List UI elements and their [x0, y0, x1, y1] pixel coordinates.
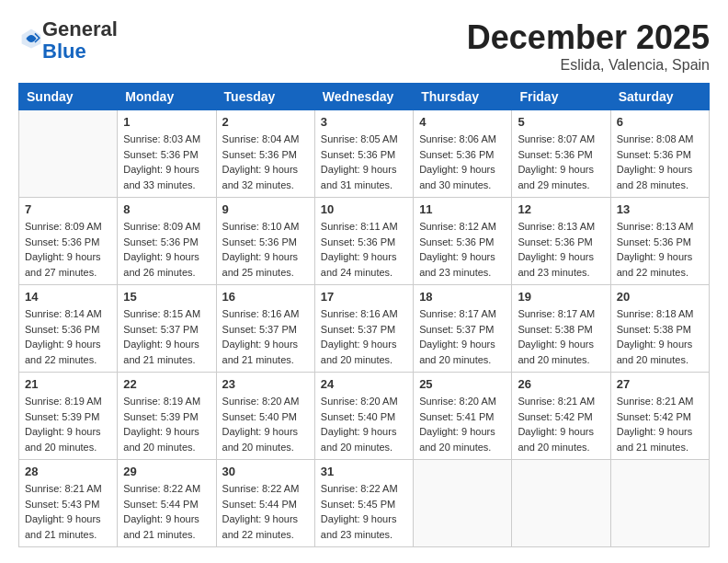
sunset-text: Sunset: 5:43 PM: [25, 499, 99, 510]
daylight-text: Daylight: 9 hours and 32 minutes.: [222, 164, 299, 190]
day-info: Sunrise: 8:21 AM Sunset: 5:42 PM Dayligh…: [617, 394, 703, 454]
day-of-week-header: Sunday: [19, 84, 118, 110]
calendar-day-cell: 27 Sunrise: 8:21 AM Sunset: 5:42 PM Dayl…: [610, 373, 709, 460]
sunset-text: Sunset: 5:44 PM: [222, 499, 297, 510]
calendar-day-cell: 17 Sunrise: 8:16 AM Sunset: 5:37 PM Dayl…: [314, 285, 413, 373]
sunset-text: Sunset: 5:45 PM: [321, 499, 395, 510]
sunrise-text: Sunrise: 8:10 AM: [222, 221, 300, 232]
daylight-text: Daylight: 9 hours and 20 minutes.: [419, 339, 495, 365]
daylight-text: Daylight: 9 hours and 20 minutes.: [518, 426, 594, 453]
sunset-text: Sunset: 5:36 PM: [25, 324, 99, 335]
day-number: 10: [321, 202, 407, 216]
sunrise-text: Sunrise: 8:04 AM: [222, 133, 300, 144]
sunset-text: Sunset: 5:44 PM: [123, 499, 198, 510]
sunrise-text: Sunrise: 8:11 AM: [321, 221, 398, 232]
daylight-text: Daylight: 9 hours and 20 minutes.: [518, 339, 594, 365]
sunset-text: Sunset: 5:36 PM: [321, 149, 395, 160]
sunrise-text: Sunrise: 8:14 AM: [25, 308, 102, 319]
day-of-week-header: Thursday: [414, 84, 512, 110]
sunset-text: Sunset: 5:42 PM: [518, 411, 592, 422]
calendar-week-row: 1 Sunrise: 8:03 AM Sunset: 5:36 PM Dayli…: [19, 110, 710, 198]
day-number: 26: [518, 377, 604, 391]
day-info: Sunrise: 8:22 AM Sunset: 5:45 PM Dayligh…: [321, 481, 407, 542]
day-info: Sunrise: 8:20 AM Sunset: 5:41 PM Dayligh…: [419, 394, 506, 454]
calendar-day-cell: 3 Sunrise: 8:05 AM Sunset: 5:36 PM Dayli…: [314, 110, 413, 198]
sunset-text: Sunset: 5:36 PM: [25, 236, 99, 247]
calendar-day-cell: 23 Sunrise: 8:20 AM Sunset: 5:40 PM Dayl…: [216, 373, 314, 460]
day-info: Sunrise: 8:03 AM Sunset: 5:36 PM Dayligh…: [123, 132, 210, 192]
daylight-text: Daylight: 9 hours and 29 minutes.: [518, 164, 594, 190]
day-number: 9: [222, 202, 309, 216]
sunrise-text: Sunrise: 8:15 AM: [123, 308, 200, 319]
day-number: 29: [123, 465, 210, 478]
day-number: 17: [321, 290, 407, 304]
daylight-text: Daylight: 9 hours and 20 minutes.: [321, 339, 397, 365]
day-info: Sunrise: 8:18 AM Sunset: 5:38 PM Dayligh…: [617, 306, 703, 367]
logo-icon: [20, 28, 42, 50]
calendar-day-cell: [19, 110, 118, 198]
day-number: 16: [222, 290, 309, 304]
calendar-body: 1 Sunrise: 8:03 AM Sunset: 5:36 PM Dayli…: [19, 110, 710, 547]
sunrise-text: Sunrise: 8:16 AM: [321, 308, 398, 319]
sunset-text: Sunset: 5:41 PM: [419, 411, 494, 422]
day-info: Sunrise: 8:21 AM Sunset: 5:42 PM Dayligh…: [518, 394, 604, 454]
day-info: Sunrise: 8:11 AM Sunset: 5:36 PM Dayligh…: [321, 219, 407, 280]
calendar-header: SundayMondayTuesdayWednesdayThursdayFrid…: [19, 84, 710, 110]
sunrise-text: Sunrise: 8:20 AM: [419, 396, 496, 407]
sunset-text: Sunset: 5:36 PM: [617, 236, 691, 247]
sunset-text: Sunset: 5:38 PM: [518, 324, 592, 335]
calendar-day-cell: 8 Sunrise: 8:09 AM Sunset: 5:36 PM Dayli…: [118, 198, 216, 285]
calendar-week-row: 14 Sunrise: 8:14 AM Sunset: 5:36 PM Dayl…: [19, 285, 710, 373]
daylight-text: Daylight: 9 hours and 23 minutes.: [518, 251, 594, 278]
calendar-day-cell: 16 Sunrise: 8:16 AM Sunset: 5:37 PM Dayl…: [216, 285, 314, 373]
sunrise-text: Sunrise: 8:13 AM: [518, 221, 595, 232]
day-number: 28: [25, 465, 111, 478]
calendar-day-cell: 24 Sunrise: 8:20 AM Sunset: 5:40 PM Dayl…: [314, 373, 413, 460]
day-number: 1: [123, 115, 210, 129]
day-number: 8: [123, 202, 210, 216]
day-of-week-header: Tuesday: [216, 84, 314, 110]
day-number: 19: [518, 290, 604, 304]
sunset-text: Sunset: 5:39 PM: [25, 411, 99, 422]
calendar-day-cell: 20 Sunrise: 8:18 AM Sunset: 5:38 PM Dayl…: [610, 285, 709, 373]
sunset-text: Sunset: 5:42 PM: [617, 411, 691, 422]
sunrise-text: Sunrise: 8:22 AM: [123, 483, 200, 494]
sunset-text: Sunset: 5:36 PM: [518, 149, 592, 160]
day-info: Sunrise: 8:09 AM Sunset: 5:36 PM Dayligh…: [123, 219, 210, 280]
daylight-text: Daylight: 9 hours and 21 minutes.: [123, 513, 199, 540]
sunset-text: Sunset: 5:36 PM: [419, 149, 494, 160]
sunset-text: Sunset: 5:36 PM: [518, 236, 592, 247]
calendar-day-cell: 29 Sunrise: 8:22 AM Sunset: 5:44 PM Dayl…: [118, 460, 216, 547]
sunrise-text: Sunrise: 8:20 AM: [222, 396, 300, 407]
day-number: 11: [419, 202, 506, 216]
day-number: 15: [123, 290, 210, 304]
day-info: Sunrise: 8:17 AM Sunset: 5:37 PM Dayligh…: [419, 306, 506, 367]
daylight-text: Daylight: 9 hours and 31 minutes.: [321, 164, 397, 190]
sunrise-text: Sunrise: 8:12 AM: [419, 221, 496, 232]
day-info: Sunrise: 8:04 AM Sunset: 5:36 PM Dayligh…: [222, 132, 309, 192]
sunset-text: Sunset: 5:38 PM: [617, 324, 691, 335]
daylight-text: Daylight: 9 hours and 22 minutes.: [222, 513, 299, 540]
daylight-text: Daylight: 9 hours and 24 minutes.: [321, 251, 397, 278]
daylight-text: Daylight: 9 hours and 26 minutes.: [123, 251, 199, 278]
calendar-day-cell: 26 Sunrise: 8:21 AM Sunset: 5:42 PM Dayl…: [512, 373, 610, 460]
sunrise-text: Sunrise: 8:09 AM: [123, 221, 200, 232]
day-number: 18: [419, 290, 506, 304]
day-info: Sunrise: 8:07 AM Sunset: 5:36 PM Dayligh…: [518, 132, 604, 192]
logo-text: General Blue: [42, 18, 118, 63]
sunrise-text: Sunrise: 8:17 AM: [518, 308, 595, 319]
sunrise-text: Sunrise: 8:21 AM: [25, 483, 102, 494]
sunset-text: Sunset: 5:36 PM: [617, 149, 691, 160]
day-number: 24: [321, 377, 407, 391]
day-info: Sunrise: 8:06 AM Sunset: 5:36 PM Dayligh…: [419, 132, 506, 192]
daylight-text: Daylight: 9 hours and 21 minutes.: [617, 426, 693, 453]
day-number: 31: [321, 465, 407, 478]
daylight-text: Daylight: 9 hours and 20 minutes.: [222, 426, 299, 453]
sunrise-text: Sunrise: 8:09 AM: [25, 221, 102, 232]
daylight-text: Daylight: 9 hours and 20 minutes.: [25, 426, 101, 453]
calendar-day-cell: 2 Sunrise: 8:04 AM Sunset: 5:36 PM Dayli…: [216, 110, 314, 198]
day-info: Sunrise: 8:22 AM Sunset: 5:44 PM Dayligh…: [222, 481, 309, 542]
sunset-text: Sunset: 5:36 PM: [222, 149, 297, 160]
days-header-row: SundayMondayTuesdayWednesdayThursdayFrid…: [19, 84, 710, 110]
sunrise-text: Sunrise: 8:20 AM: [321, 396, 398, 407]
